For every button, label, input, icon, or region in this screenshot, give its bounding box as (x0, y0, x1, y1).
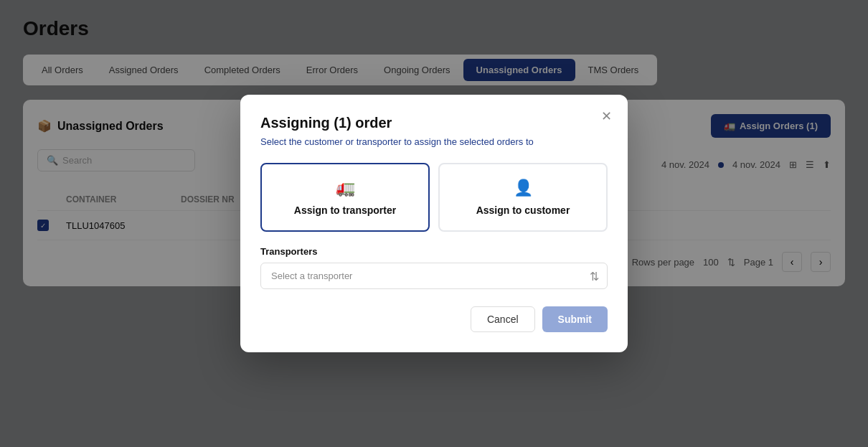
modal-dialog: ✕ Assigning (1) order Select the custome… (240, 95, 628, 352)
person-option-icon: 👤 (514, 179, 533, 197)
assign-customer-label: Assign to customer (476, 204, 570, 216)
select-wrapper: Select a transporter ⇅ (260, 263, 608, 289)
modal-actions: Cancel Submit (260, 306, 608, 332)
assign-options: 🚛 Assign to transporter 👤 Assign to cust… (260, 163, 608, 232)
modal-subtitle: Select the customer or transporter to as… (260, 136, 608, 149)
modal-title: Assigning (1) order (260, 115, 608, 131)
close-icon: ✕ (601, 108, 612, 124)
assign-to-customer-option[interactable]: 👤 Assign to customer (438, 163, 608, 232)
cancel-button[interactable]: Cancel (471, 306, 535, 332)
assign-transporter-label: Assign to transporter (294, 204, 396, 216)
assign-to-transporter-option[interactable]: 🚛 Assign to transporter (260, 163, 430, 232)
field-label: Transporters (260, 246, 608, 257)
modal-close-button[interactable]: ✕ (596, 106, 616, 126)
submit-button[interactable]: Submit (542, 306, 608, 332)
truck-option-icon: 🚛 (336, 179, 355, 197)
modal-overlay: ✕ Assigning (1) order Select the custome… (0, 0, 868, 447)
transporter-select[interactable]: Select a transporter (260, 263, 608, 289)
